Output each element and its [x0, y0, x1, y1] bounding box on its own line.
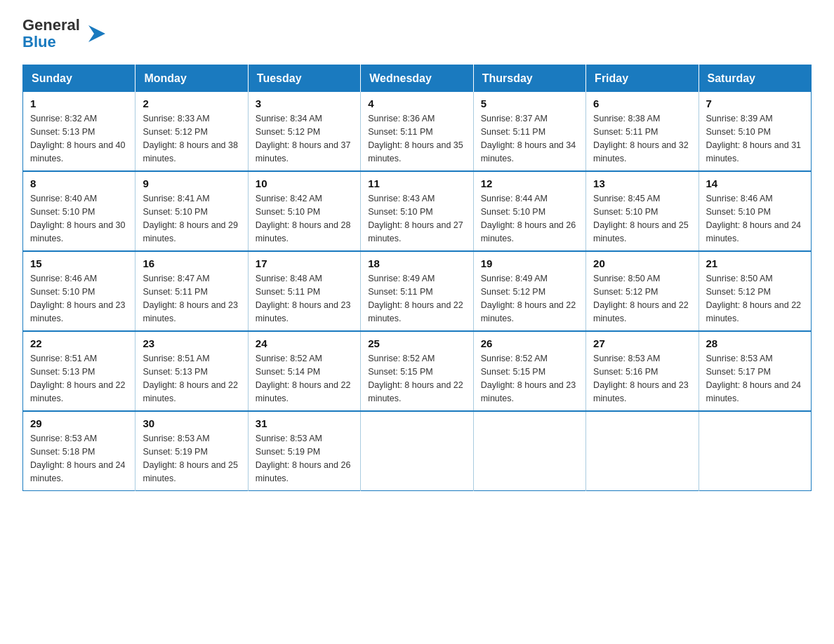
calendar-cell: 26 Sunrise: 8:52 AMSunset: 5:15 PMDaylig…	[473, 331, 585, 411]
day-info: Sunrise: 8:50 AMSunset: 5:12 PMDaylight:…	[593, 274, 689, 323]
day-info: Sunrise: 8:44 AMSunset: 5:10 PMDaylight:…	[481, 194, 576, 243]
calendar-cell: 20 Sunrise: 8:50 AMSunset: 5:12 PMDaylig…	[586, 251, 699, 331]
calendar-cell: 2 Sunrise: 8:33 AMSunset: 5:12 PMDayligh…	[135, 92, 248, 171]
calendar-cell: 10 Sunrise: 8:42 AMSunset: 5:10 PMDaylig…	[248, 171, 360, 251]
calendar-cell: 25 Sunrise: 8:52 AMSunset: 5:15 PMDaylig…	[361, 331, 473, 411]
weekday-header-friday: Friday	[586, 65, 699, 93]
calendar-cell: 11 Sunrise: 8:43 AMSunset: 5:10 PMDaylig…	[361, 171, 473, 251]
calendar-cell	[473, 411, 585, 491]
day-number: 1	[30, 98, 128, 109]
day-number: 22	[30, 337, 128, 349]
calendar-cell: 16 Sunrise: 8:47 AMSunset: 5:11 PMDaylig…	[135, 251, 248, 331]
day-number: 27	[593, 337, 691, 349]
day-info: Sunrise: 8:46 AMSunset: 5:10 PMDaylight:…	[706, 194, 802, 243]
day-info: Sunrise: 8:53 AMSunset: 5:16 PMDaylight:…	[593, 354, 689, 403]
day-number: 31	[256, 417, 353, 429]
day-info: Sunrise: 8:34 AMSunset: 5:12 PMDaylight:…	[256, 114, 351, 163]
weekday-header-tuesday: Tuesday	[248, 65, 360, 93]
day-info: Sunrise: 8:42 AMSunset: 5:10 PMDaylight:…	[256, 194, 351, 243]
day-info: Sunrise: 8:43 AMSunset: 5:10 PMDaylight:…	[368, 194, 463, 243]
day-number: 3	[256, 98, 353, 109]
calendar-week-row: 8 Sunrise: 8:40 AMSunset: 5:10 PMDayligh…	[23, 171, 812, 251]
day-info: Sunrise: 8:52 AMSunset: 5:15 PMDaylight:…	[368, 354, 463, 403]
day-info: Sunrise: 8:50 AMSunset: 5:12 PMDaylight:…	[706, 274, 802, 323]
day-number: 24	[256, 337, 353, 349]
day-info: Sunrise: 8:36 AMSunset: 5:11 PMDaylight:…	[368, 114, 463, 163]
day-info: Sunrise: 8:51 AMSunset: 5:13 PMDaylight:…	[30, 354, 126, 403]
day-info: Sunrise: 8:46 AMSunset: 5:10 PMDaylight:…	[30, 274, 126, 323]
calendar-week-row: 22 Sunrise: 8:51 AMSunset: 5:13 PMDaylig…	[23, 331, 812, 411]
day-info: Sunrise: 8:45 AMSunset: 5:10 PMDaylight:…	[593, 194, 689, 243]
day-number: 6	[593, 98, 691, 109]
calendar-header-row: SundayMondayTuesdayWednesdayThursdayFrid…	[23, 65, 812, 93]
day-info: Sunrise: 8:53 AMSunset: 5:18 PMDaylight:…	[30, 434, 126, 483]
day-number: 7	[706, 98, 804, 109]
logo-text: GeneralBlue	[22, 17, 80, 51]
day-number: 14	[706, 177, 804, 189]
day-info: Sunrise: 8:53 AMSunset: 5:17 PMDaylight:…	[706, 354, 802, 403]
calendar-cell: 8 Sunrise: 8:40 AMSunset: 5:10 PMDayligh…	[23, 171, 135, 251]
calendar-cell: 9 Sunrise: 8:41 AMSunset: 5:10 PMDayligh…	[135, 171, 248, 251]
day-info: Sunrise: 8:41 AMSunset: 5:10 PMDaylight:…	[143, 194, 238, 243]
day-number: 15	[30, 257, 128, 269]
calendar-cell: 22 Sunrise: 8:51 AMSunset: 5:13 PMDaylig…	[23, 331, 135, 411]
calendar-cell: 21 Sunrise: 8:50 AMSunset: 5:12 PMDaylig…	[699, 251, 811, 331]
day-info: Sunrise: 8:52 AMSunset: 5:14 PMDaylight:…	[256, 354, 351, 403]
day-info: Sunrise: 8:33 AMSunset: 5:12 PMDaylight:…	[143, 114, 238, 163]
day-number: 28	[706, 337, 804, 349]
calendar-cell: 19 Sunrise: 8:49 AMSunset: 5:12 PMDaylig…	[473, 251, 585, 331]
logo: GeneralBlue	[22, 17, 111, 51]
calendar-cell: 17 Sunrise: 8:48 AMSunset: 5:11 PMDaylig…	[248, 251, 360, 331]
calendar-cell: 31 Sunrise: 8:53 AMSunset: 5:19 PMDaylig…	[248, 411, 360, 491]
calendar-cell: 12 Sunrise: 8:44 AMSunset: 5:10 PMDaylig…	[473, 171, 585, 251]
weekday-header-sunday: Sunday	[23, 65, 135, 93]
calendar-cell	[361, 411, 473, 491]
day-info: Sunrise: 8:37 AMSunset: 5:11 PMDaylight:…	[481, 114, 576, 163]
calendar-cell: 29 Sunrise: 8:53 AMSunset: 5:18 PMDaylig…	[23, 411, 135, 491]
calendar-cell: 7 Sunrise: 8:39 AMSunset: 5:10 PMDayligh…	[699, 92, 811, 171]
day-number: 20	[593, 257, 691, 269]
day-number: 4	[368, 98, 465, 109]
calendar-cell	[699, 411, 811, 491]
calendar-cell: 4 Sunrise: 8:36 AMSunset: 5:11 PMDayligh…	[361, 92, 473, 171]
weekday-header-monday: Monday	[135, 65, 248, 93]
day-info: Sunrise: 8:48 AMSunset: 5:11 PMDaylight:…	[256, 274, 351, 323]
calendar-cell	[586, 411, 699, 491]
day-number: 26	[481, 337, 578, 349]
calendar-cell: 27 Sunrise: 8:53 AMSunset: 5:16 PMDaylig…	[586, 331, 699, 411]
day-number: 19	[481, 257, 578, 269]
day-number: 8	[30, 177, 128, 189]
day-info: Sunrise: 8:53 AMSunset: 5:19 PMDaylight:…	[143, 434, 238, 483]
calendar-cell: 18 Sunrise: 8:49 AMSunset: 5:11 PMDaylig…	[361, 251, 473, 331]
day-number: 5	[481, 98, 578, 109]
day-info: Sunrise: 8:51 AMSunset: 5:13 PMDaylight:…	[143, 354, 238, 403]
calendar-cell: 30 Sunrise: 8:53 AMSunset: 5:19 PMDaylig…	[135, 411, 248, 491]
day-number: 16	[143, 257, 240, 269]
calendar-cell: 23 Sunrise: 8:51 AMSunset: 5:13 PMDaylig…	[135, 331, 248, 411]
day-info: Sunrise: 8:49 AMSunset: 5:11 PMDaylight:…	[368, 274, 463, 323]
day-number: 30	[143, 417, 240, 429]
day-number: 11	[368, 177, 465, 189]
day-number: 2	[143, 98, 240, 109]
calendar-cell: 15 Sunrise: 8:46 AMSunset: 5:10 PMDaylig…	[23, 251, 135, 331]
calendar-table: SundayMondayTuesdayWednesdayThursdayFrid…	[22, 65, 812, 491]
calendar-cell: 13 Sunrise: 8:45 AMSunset: 5:10 PMDaylig…	[586, 171, 699, 251]
calendar-week-row: 1 Sunrise: 8:32 AMSunset: 5:13 PMDayligh…	[23, 92, 812, 171]
calendar-cell: 5 Sunrise: 8:37 AMSunset: 5:11 PMDayligh…	[473, 92, 585, 171]
weekday-header-saturday: Saturday	[699, 65, 811, 93]
day-number: 25	[368, 337, 465, 349]
header-area: GeneralBlue	[22, 17, 812, 51]
day-info: Sunrise: 8:32 AMSunset: 5:13 PMDaylight:…	[30, 114, 126, 163]
svg-marker-0	[88, 25, 105, 42]
day-number: 10	[256, 177, 353, 189]
calendar-cell: 1 Sunrise: 8:32 AMSunset: 5:13 PMDayligh…	[23, 92, 135, 171]
weekday-header-wednesday: Wednesday	[361, 65, 473, 93]
calendar-cell: 6 Sunrise: 8:38 AMSunset: 5:11 PMDayligh…	[586, 92, 699, 171]
calendar-cell: 14 Sunrise: 8:46 AMSunset: 5:10 PMDaylig…	[699, 171, 811, 251]
day-info: Sunrise: 8:49 AMSunset: 5:12 PMDaylight:…	[481, 274, 576, 323]
day-number: 17	[256, 257, 353, 269]
day-info: Sunrise: 8:40 AMSunset: 5:10 PMDaylight:…	[30, 194, 126, 243]
calendar-cell: 28 Sunrise: 8:53 AMSunset: 5:17 PMDaylig…	[699, 331, 811, 411]
day-number: 23	[143, 337, 240, 349]
day-number: 13	[593, 177, 691, 189]
